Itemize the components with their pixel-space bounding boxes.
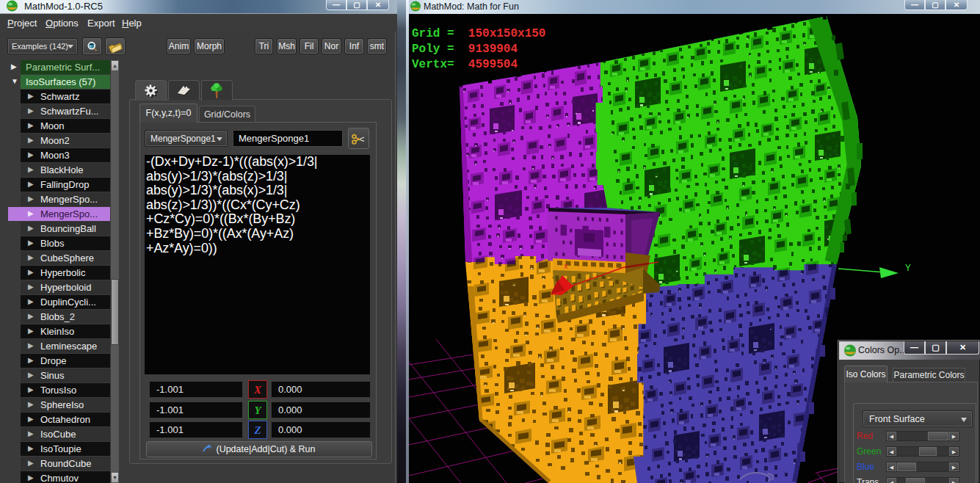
svg-text:Poly = 9139904: Poly = 9139904 xyxy=(412,43,518,56)
svg-text:Vertx= 4599504: Vertx= 4599504 xyxy=(412,58,518,71)
svg-text:x: x xyxy=(564,263,568,271)
svg-text:Grid = 150x150x150: Grid = 150x150x150 xyxy=(412,27,545,40)
svg-text:Y: Y xyxy=(905,263,911,274)
